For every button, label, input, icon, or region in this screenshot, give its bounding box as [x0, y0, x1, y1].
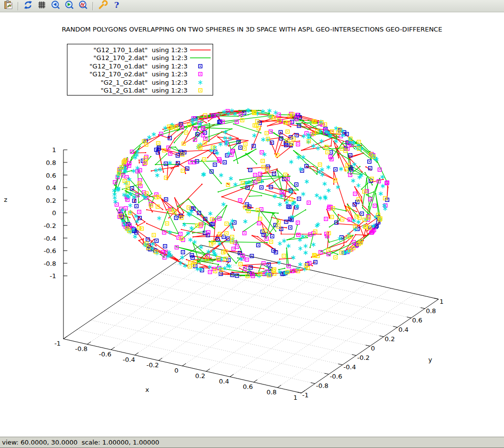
z-tick-label: -0.8 [44, 260, 56, 267]
y-tick-label: -0.6 [330, 373, 342, 380]
legend-entry: "G12_170_1.dat" using 1:2:3 [67, 46, 213, 54]
x-tick-label: 0 [174, 367, 178, 374]
y-tick-label: 0.4 [398, 326, 409, 333]
z-tick-label: 0.2 [46, 197, 56, 204]
status-bar: view: 60.0000, 30.0000 scale: 1.00000, 1… [0, 437, 504, 448]
y-tick-label: 0 [371, 345, 375, 352]
z-axis-label: z [4, 196, 7, 203]
z-tick-label: 1 [52, 146, 56, 154]
y-tick-label: -0.4 [344, 363, 356, 371]
z-tick-label: -1 [50, 272, 56, 280]
legend-entry: "G12_170_o2.dat" using 1:2:3 [67, 70, 213, 79]
x-tick-label: 0.4 [219, 378, 229, 385]
legend-entry-label: "G1_2_G1.dat" using 1:2:3 [67, 87, 188, 94]
legend-entry: "G1_2_G1.dat" using 1:2:3 [67, 87, 213, 95]
y-axis-label: y [428, 356, 432, 363]
y-tick-label: 0.8 [426, 307, 436, 315]
legend-entry: "G12_170_2.dat" using 1:2:3 [67, 54, 213, 63]
y-tick-label: 1 [440, 298, 443, 305]
x-tick-label: 0.8 [266, 388, 277, 396]
legend-sample [188, 63, 213, 69]
z-tick-label: 0 [52, 209, 56, 217]
y-tick-label: -0.8 [316, 382, 328, 389]
y-tick-label: -1 [302, 391, 309, 399]
z-tick-label: -0.6 [44, 247, 56, 255]
x-tick-label: 0.2 [195, 372, 205, 380]
x-tick-label: -0.6 [99, 351, 111, 358]
x-tick-label: 0.6 [243, 383, 253, 390]
legend-sample [188, 55, 213, 61]
legend-sample [188, 79, 213, 86]
legend-sample [188, 87, 213, 94]
y-tick-label: 0.2 [385, 335, 395, 343]
legend-entry: "G2_1_G2.dat" using 1:2:3 [67, 78, 213, 87]
status-view-scale-text: view: 60.0000, 30.0000 scale: 1.00000, 1… [2, 439, 159, 446]
z-tick-label: -0.4 [44, 235, 56, 242]
z-tick-label: 0.6 [46, 172, 56, 179]
y-tick-label: 0.6 [412, 317, 422, 324]
legend-sample [188, 47, 213, 53]
x-tick-label: -1 [54, 340, 61, 347]
legend: "G12_170_1.dat" using 1:2:3"G12_170_2.da… [67, 44, 213, 96]
legend-entry-label: "G2_1_G2.dat" using 1:2:3 [67, 79, 188, 86]
legend-entry: "G12_170_o1.dat" using 1:2:3 [67, 62, 213, 70]
x-axis-label: x [145, 386, 149, 393]
z-tick-label: -0.2 [44, 222, 56, 229]
legend-entry-label: "G12_170_o2.dat" using 1:2:3 [67, 70, 188, 78]
z-tick-label: 0.8 [46, 159, 56, 166]
x-tick-label: 1 [293, 394, 297, 401]
x-tick-label: -0.4 [123, 356, 135, 363]
legend-entry-label: "G12_170_o1.dat" using 1:2:3 [67, 63, 188, 70]
y-tick-label: -0.2 [357, 354, 370, 361]
z-tick-label: 0.4 [46, 184, 56, 192]
x-tick-label: -0.2 [147, 361, 159, 369]
legend-entry-label: "G12_170_2.dat" using 1:2:3 [67, 54, 188, 62]
x-tick-label: -0.8 [75, 345, 88, 352]
legend-entry-label: "G12_170_1.dat" using 1:2:3 [67, 46, 188, 54]
legend-sample [188, 71, 213, 77]
